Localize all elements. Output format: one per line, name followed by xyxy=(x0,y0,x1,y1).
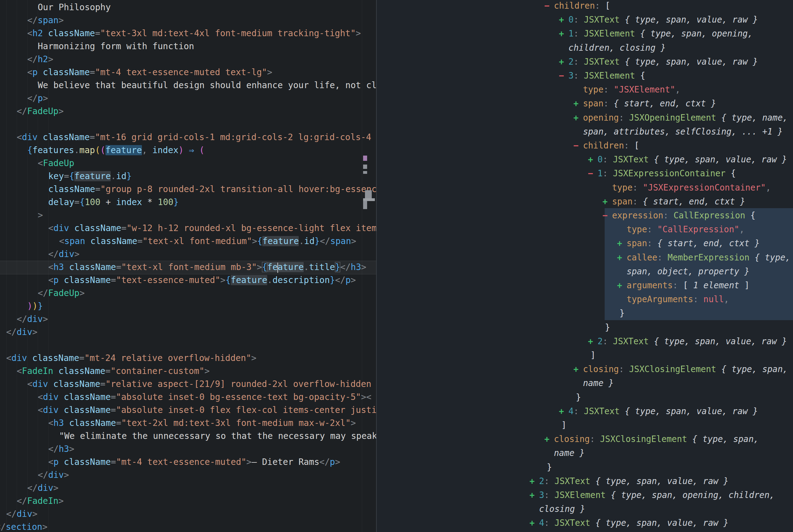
ast-token: : xyxy=(544,490,555,500)
ast-token: JSXClosingElement xyxy=(629,364,716,374)
ast-token: } xyxy=(605,322,610,332)
ast-token: { xyxy=(635,71,645,80)
ast-token: : xyxy=(624,140,634,150)
ast-token: : xyxy=(673,280,683,290)
ast-line[interactable]: typeArguments: null, xyxy=(0,292,793,306)
ast-line[interactable]: } xyxy=(0,460,793,474)
ast-token: : xyxy=(633,183,643,192)
ast-token: 2 xyxy=(568,57,574,66)
ast-line[interactable]: name } xyxy=(0,376,793,390)
ast-token: , xyxy=(739,224,744,234)
ast-line[interactable]: span, object, property } xyxy=(0,264,793,278)
expand-node-icon[interactable]: + xyxy=(574,362,579,376)
ast-token: JSXText xyxy=(555,476,591,486)
ast-token: , xyxy=(675,84,680,94)
ast-line[interactable]: ] xyxy=(0,418,793,432)
ast-token: children, closing } xyxy=(568,43,666,53)
ast-token: 0 xyxy=(598,154,603,164)
ast-line[interactable]: type: "JSXExpressionContainer", xyxy=(0,180,793,194)
ast-line[interactable]: } xyxy=(0,320,793,334)
expand-node-icon[interactable]: + xyxy=(559,26,564,40)
ast-line[interactable]: ] xyxy=(0,348,793,362)
ast-token: { start, end, ctxt } xyxy=(614,98,716,108)
ast-line[interactable]: +closing: JSXClosingElement { type, span… xyxy=(0,432,793,446)
ast-node-text: } xyxy=(605,320,610,334)
ast-line[interactable]: span, attributes, selfClosing, ... +1 } xyxy=(0,124,793,138)
ast-node-text: 1: JSXExpressionContainer { xyxy=(598,166,736,180)
ast-line[interactable]: closing } xyxy=(0,502,793,516)
expand-node-icon[interactable]: + xyxy=(602,194,608,208)
expand-node-icon[interactable]: + xyxy=(559,404,564,418)
ast-token: 4 xyxy=(539,518,544,528)
collapse-node-icon[interactable]: − xyxy=(574,138,579,152)
expand-node-icon[interactable]: + xyxy=(529,488,535,502)
collapse-node-icon[interactable]: − xyxy=(544,0,549,13)
ast-line[interactable]: +opening: JSXOpeningElement { type, name… xyxy=(0,110,793,125)
ast-token: typeArguments xyxy=(626,294,693,304)
ast-token: JSXText xyxy=(584,406,620,416)
ast-token: span xyxy=(626,238,647,248)
collapse-node-icon[interactable]: − xyxy=(559,68,564,82)
ast-line[interactable]: +4: JSXText { type, span, value, raw } xyxy=(0,404,793,418)
ast-line[interactable]: +closing: JSXClosingElement { type, span… xyxy=(0,362,793,376)
ast-line[interactable]: +2: JSXText { type, span, value, raw } xyxy=(0,54,793,69)
ast-token: : xyxy=(544,476,555,486)
ast-token: span, object, property } xyxy=(626,266,749,276)
expand-node-icon[interactable]: + xyxy=(588,334,593,348)
ast-node-text: } xyxy=(576,390,581,404)
ast-token: : xyxy=(647,224,657,234)
expand-node-icon[interactable]: + xyxy=(617,236,622,250)
expand-node-icon[interactable]: + xyxy=(617,278,622,292)
expand-node-icon[interactable]: + xyxy=(574,110,579,125)
expand-node-icon[interactable]: + xyxy=(559,54,564,69)
expand-node-icon[interactable]: + xyxy=(617,250,622,264)
ast-token: "JSXElement" xyxy=(614,84,675,94)
expand-node-icon[interactable]: + xyxy=(529,516,535,530)
ast-token: : xyxy=(647,238,657,248)
ast-line[interactable]: +span: { start, end, ctxt } xyxy=(0,194,793,208)
ast-token: , xyxy=(724,294,729,304)
ast-token: JSXText xyxy=(555,518,591,528)
ast-line[interactable]: +span: { start, end, ctxt } xyxy=(0,96,793,110)
ast-line[interactable]: } xyxy=(0,306,793,320)
ast-line[interactable]: children, closing } xyxy=(0,40,793,55)
ast-line[interactable]: −expression: CallExpression { xyxy=(0,208,793,222)
ast-token: : xyxy=(619,113,629,122)
ast-token: null xyxy=(703,294,724,304)
ast-line[interactable]: +1: JSXElement { type, span, opening, xyxy=(0,26,793,40)
collapse-node-icon[interactable]: − xyxy=(588,166,593,180)
ast-line[interactable]: +callee: MemberExpression { type, xyxy=(0,250,793,264)
ast-line[interactable]: −1: JSXExpressionContainer { xyxy=(0,166,793,180)
ast-node-text: 4: JSXText { type, span, value, raw } xyxy=(539,516,729,530)
expand-node-icon[interactable]: + xyxy=(529,474,535,488)
expand-node-icon[interactable]: + xyxy=(588,152,593,166)
ast-node-text: children: [ xyxy=(554,0,610,13)
ast-line[interactable]: type: "CallExpression", xyxy=(0,222,793,236)
ast-token: { start, end, ctxt } xyxy=(643,196,745,206)
collapse-node-icon[interactable]: − xyxy=(602,208,608,222)
ast-line[interactable]: } xyxy=(0,390,793,404)
ast-token: ] xyxy=(591,350,596,360)
ast-line[interactable]: −3: JSXElement { xyxy=(0,68,793,82)
ast-node-text: children, closing } xyxy=(568,40,666,55)
ast-line[interactable]: −children: [ xyxy=(0,0,793,13)
ast-token: { xyxy=(746,210,756,220)
ast-line[interactable]: +3: JSXElement { type, span, opening, ch… xyxy=(0,488,793,502)
ast-line[interactable]: −children: [ xyxy=(0,138,793,152)
ast-line[interactable]: +0: JSXText { type, span, value, raw } xyxy=(0,12,793,26)
expand-node-icon[interactable]: + xyxy=(544,432,549,446)
ast-line[interactable]: +2: JSXText { type, span, value, raw } xyxy=(0,334,793,348)
expand-node-icon[interactable]: + xyxy=(559,12,564,26)
ast-node-text: name } xyxy=(583,376,614,390)
ast-token: JSXText xyxy=(584,57,620,66)
ast-token: : xyxy=(590,434,600,444)
expand-node-icon[interactable]: + xyxy=(574,96,579,110)
ast-token: : xyxy=(574,15,584,24)
ast-line[interactable]: +4: JSXText { type, span, value, raw } xyxy=(0,516,793,530)
ast-line[interactable]: +arguments: [ 1 element ] xyxy=(0,278,793,292)
ast-line[interactable]: name } xyxy=(0,446,793,460)
ast-line[interactable]: +0: JSXText { type, span, value, raw } xyxy=(0,152,793,166)
ast-line[interactable]: +2: JSXText { type, span, value, raw } xyxy=(0,474,793,488)
ast-line[interactable]: type: "JSXElement", xyxy=(0,82,793,96)
ast-line[interactable]: +span: { start, end, ctxt } xyxy=(0,236,793,250)
